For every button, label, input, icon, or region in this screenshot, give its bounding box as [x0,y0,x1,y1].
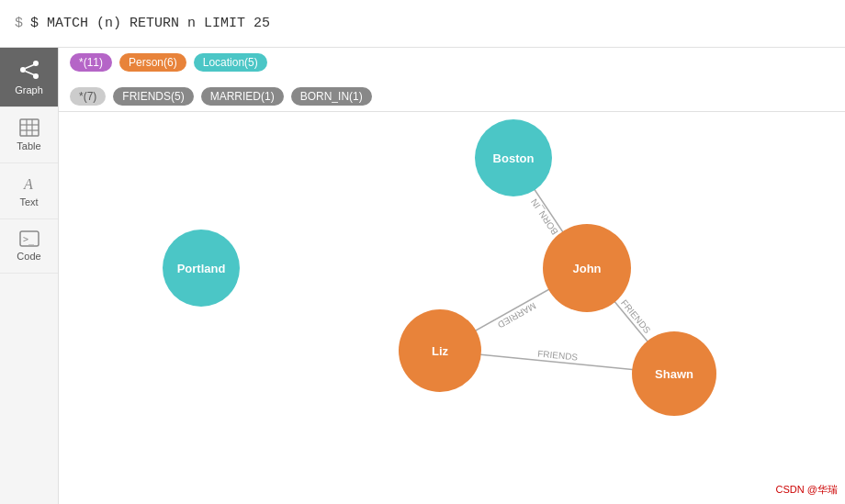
sidebar-label-graph: Graph [15,84,43,95]
node-portland[interactable]: Portland [163,230,240,307]
badge-friends[interactable]: FRIENDS(5) [113,87,193,106]
content-area: *(11) Person(6) Location(5) *(7) FRIENDS… [59,48,845,504]
sidebar-item-text[interactable]: A Text [0,163,58,219]
graph-area: BORN_INMARRIEDFRIENDSFRIENDS BostonPortl… [59,112,845,504]
sidebar-label-text: Text [19,196,38,207]
edge-label-john-shawn: FRIENDS [619,297,653,335]
node-boston[interactable]: Boston [475,119,552,196]
svg-line-3 [25,65,34,69]
svg-line-4 [25,72,34,75]
badge-married[interactable]: MARRIED(1) [201,87,284,106]
svg-point-0 [20,67,26,73]
sidebar: Graph Table A Text >_ Cod [0,48,59,504]
sidebar-item-graph[interactable]: Graph [0,48,58,107]
main-area: Graph Table A Text >_ Cod [0,48,845,504]
edge-label-john-boston: BORN_IN [529,197,560,237]
watermark: CSDN @华瑞 [776,483,838,497]
badge-location[interactable]: Location(5) [194,53,267,72]
top-bar: $ $ MATCH (n) RETURN n LIMIT 25 [0,0,845,48]
svg-text:>_: >_ [23,234,35,245]
sidebar-item-table[interactable]: Table [0,107,58,163]
badge-person[interactable]: Person(6) [119,53,186,72]
node-john[interactable]: John [543,224,631,312]
table-icon [19,118,39,137]
svg-rect-5 [20,119,39,136]
node-shawn[interactable]: Shawn [632,331,716,416]
edge-label-john-liz: MARRIED [496,300,538,330]
badge-all-edges[interactable]: *(7) [70,87,106,106]
query-text: $ MATCH (n) RETURN n LIMIT 25 [30,16,270,31]
edge-label-liz-shawn: FRIENDS [537,348,579,362]
sidebar-item-code[interactable]: >_ Code [0,219,58,274]
badge-all-nodes[interactable]: *(11) [70,53,112,72]
code-icon: >_ [19,230,39,247]
edges-svg: BORN_INMARRIEDFRIENDSFRIENDS [59,112,845,504]
graph-icon [18,59,40,81]
text-icon: A [20,174,39,193]
svg-text:A: A [23,176,33,192]
node-liz[interactable]: Liz [399,309,481,392]
dollar-sign: $ [15,16,23,31]
badge-born-in[interactable]: BORN_IN(1) [291,87,372,106]
filter-bar: *(11) Person(6) Location(5) *(7) FRIENDS… [59,48,845,112]
sidebar-label-code: Code [17,251,40,262]
sidebar-label-table: Table [17,140,40,151]
